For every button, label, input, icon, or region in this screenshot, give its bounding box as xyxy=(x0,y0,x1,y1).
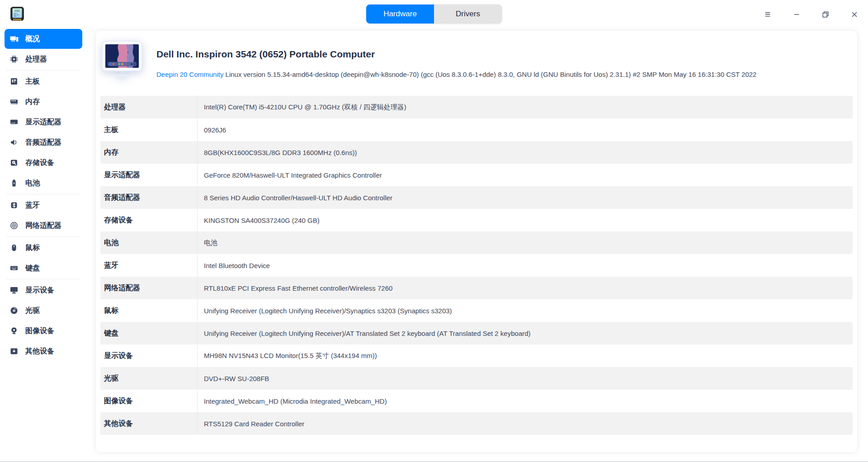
window-titlebar: info Hardware Drivers xyxy=(0,0,868,29)
sidebar-item-processor[interactable]: 处理器 xyxy=(5,49,82,69)
sidebar-item-battery[interactable]: 电池 xyxy=(5,173,82,193)
memory-icon xyxy=(9,97,19,106)
sidebar-divider xyxy=(6,279,80,279)
sidebar-item-label: 主板 xyxy=(25,77,40,86)
sidebar-item-camera[interactable]: 图像设备 xyxy=(5,321,82,341)
table-row: 内存 8GB(KHX1600C9S3L/8G DDR3 1600MHz (0.6… xyxy=(100,141,853,164)
sidebar: 概况 处理器 主板 xyxy=(5,29,82,362)
sidebar-item-label: 图像设备 xyxy=(25,326,54,336)
deepin-community-link[interactable]: Deepin 20 Community xyxy=(156,71,223,78)
sidebar-item-mouse[interactable]: 鼠标 xyxy=(5,238,82,258)
row-value: GeForce 820M/Haswell-ULT Integrated Grap… xyxy=(198,164,853,186)
close-icon[interactable] xyxy=(850,10,859,19)
sidebar-item-label: 蓝牙 xyxy=(25,201,40,210)
sidebar-item-label: 存储设备 xyxy=(25,158,54,168)
row-value: RTL810xE PCI Express Fast Ethernet contr… xyxy=(198,277,853,299)
sidebar-divider xyxy=(6,236,80,237)
tab-drivers[interactable]: Drivers xyxy=(434,5,502,24)
hardware-summary-table: 处理器 Intel(R) Core(TM) i5-4210U CPU @ 1.7… xyxy=(100,96,853,435)
display-adapter-icon xyxy=(9,118,19,127)
row-value: 8 Series HD Audio Controller/Haswell-ULT… xyxy=(198,186,853,209)
row-value: 0926J6 xyxy=(198,118,853,141)
sidebar-item-network-adapter[interactable]: 网络适配器 xyxy=(5,216,82,236)
sidebar-item-label: 处理器 xyxy=(25,55,47,64)
hardware-drivers-tab-group: Hardware Drivers xyxy=(366,5,502,24)
sidebar-item-overview[interactable]: 概况 xyxy=(5,29,82,49)
sidebar-item-label: 其他设备 xyxy=(25,347,54,356)
row-label: 光驱 xyxy=(100,367,198,390)
row-label: 主板 xyxy=(100,118,198,141)
sidebar-item-label: 音频适配器 xyxy=(25,138,61,147)
sidebar-item-audio-adapter[interactable]: 音频适配器 xyxy=(5,132,82,152)
row-value: MH98N NV15N43 LCD Monitor(15.5 英寸 (344x1… xyxy=(198,344,853,367)
maximize-icon[interactable] xyxy=(821,10,830,19)
sidebar-divider xyxy=(6,70,80,71)
kernel-version-text: Linux version 5.15.34-amd64-desktop (dee… xyxy=(226,71,757,78)
row-label: 音频适配器 xyxy=(100,186,198,209)
motherboard-icon xyxy=(9,77,19,86)
other-device-icon xyxy=(9,347,19,356)
display-device-icon xyxy=(9,286,19,295)
battery-icon xyxy=(9,179,19,188)
row-value: Unifying Receiver (Logitech Unifying Rec… xyxy=(198,322,853,344)
sidebar-item-display-adapter[interactable]: 显示适配器 xyxy=(5,112,82,132)
row-label: 蓝牙 xyxy=(100,254,198,277)
row-label: 电池 xyxy=(100,231,198,254)
row-label: 存储设备 xyxy=(100,209,198,231)
sidebar-divider xyxy=(6,194,80,194)
network-adapter-icon xyxy=(9,221,19,230)
sidebar-item-display-device[interactable]: 显示设备 xyxy=(5,280,82,300)
sidebar-item-motherboard[interactable]: 主板 xyxy=(5,71,82,91)
menu-icon[interactable] xyxy=(763,10,772,19)
table-row: 键盘 Unifying Receiver (Logitech Unifying … xyxy=(100,322,853,344)
row-label: 处理器 xyxy=(100,96,198,118)
optical-drive-icon xyxy=(9,306,19,315)
table-row: 图像设备 Integrated_Webcam_HD (Microdia Inte… xyxy=(100,390,853,412)
audio-adapter-icon xyxy=(9,138,19,147)
row-value: Intel Bluetooth Device xyxy=(198,254,853,277)
sidebar-item-label: 概况 xyxy=(25,34,40,44)
row-value: DVD+-RW SU-208FB xyxy=(198,367,853,390)
table-row: 音频适配器 8 Series HD Audio Controller/Haswe… xyxy=(100,186,853,209)
overview-icon xyxy=(9,34,19,43)
row-value: RTS5129 Card Reader Controller xyxy=(198,412,853,435)
row-label: 图像设备 xyxy=(100,390,198,412)
row-label: 网络适配器 xyxy=(100,277,198,299)
storage-icon xyxy=(9,158,19,167)
sidebar-item-label: 电池 xyxy=(25,179,40,188)
table-row: 处理器 Intel(R) Core(TM) i5-4210U CPU @ 1.7… xyxy=(100,96,853,118)
table-row: 其他设备 RTS5129 Card Reader Controller xyxy=(100,412,853,435)
sidebar-item-label: 显示设备 xyxy=(25,286,54,295)
sidebar-item-keyboard[interactable]: 键盘 xyxy=(5,258,82,278)
os-info-line: Deepin 20 Community Linux version 5.15.3… xyxy=(156,71,756,78)
row-value: Integrated_Webcam_HD (Microdia Integrate… xyxy=(198,390,853,412)
device-title: Dell Inc. Inspiron 3542 (0652) Portable … xyxy=(156,49,375,60)
row-label: 其他设备 xyxy=(100,412,198,435)
table-row: 鼠标 Unifying Receiver (Logitech Unifying … xyxy=(100,299,853,322)
row-label: 显示设备 xyxy=(100,344,198,367)
sidebar-item-bluetooth[interactable]: 蓝牙 xyxy=(5,195,82,215)
row-value: Intel(R) Core(TM) i5-4210U CPU @ 1.70GHz… xyxy=(198,96,853,118)
overview-panel: Dell Inc. Inspiron 3542 (0652) Portable … xyxy=(96,31,857,452)
bluetooth-icon xyxy=(9,201,19,210)
cpu-icon xyxy=(9,55,19,64)
minimize-icon[interactable] xyxy=(792,10,801,19)
table-row: 光驱 DVD+-RW SU-208FB xyxy=(100,367,853,390)
window-controls xyxy=(763,0,859,29)
row-value: Unifying Receiver (Logitech Unifying Rec… xyxy=(198,299,853,322)
keyboard-icon xyxy=(9,264,19,273)
sidebar-item-storage[interactable]: 存储设备 xyxy=(5,153,82,173)
sidebar-item-optical-drive[interactable]: 光驱 xyxy=(5,301,82,321)
table-row: 存储设备 KINGSTON SA400S37240G (240 GB) xyxy=(100,209,853,231)
sidebar-item-other-device[interactable]: 其他设备 xyxy=(5,341,82,361)
row-label: 键盘 xyxy=(100,322,198,344)
table-row: 网络适配器 RTL810xE PCI Express Fast Ethernet… xyxy=(100,277,853,299)
sidebar-item-memory[interactable]: 内存 xyxy=(5,92,82,112)
tab-hardware[interactable]: Hardware xyxy=(366,5,434,24)
sidebar-item-label: 内存 xyxy=(25,97,40,107)
camera-icon xyxy=(9,326,19,335)
table-row: 蓝牙 Intel Bluetooth Device xyxy=(100,254,853,277)
svg-text:info: info xyxy=(14,9,19,12)
table-row: 显示设备 MH98N NV15N43 LCD Monitor(15.5 英寸 (… xyxy=(100,344,853,367)
row-label: 内存 xyxy=(100,141,198,164)
